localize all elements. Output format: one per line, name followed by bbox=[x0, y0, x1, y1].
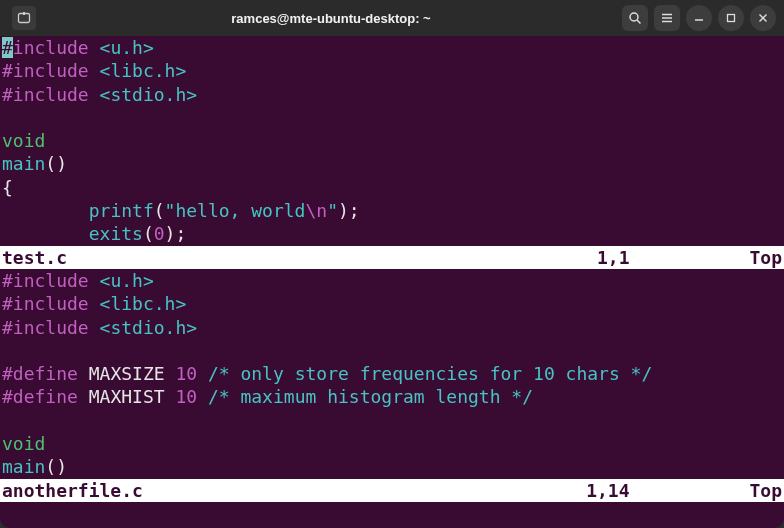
code-token: main bbox=[2, 456, 45, 477]
code-line[interactable]: #define MAXSIZE 10 /* only store frequen… bbox=[0, 362, 784, 385]
code-line[interactable]: void bbox=[0, 432, 784, 455]
svg-line-3 bbox=[637, 20, 641, 24]
code-token: ( bbox=[143, 223, 154, 244]
code-token: exits bbox=[89, 223, 143, 244]
code-line[interactable]: printf("hello, world\n"); bbox=[0, 199, 784, 222]
status-cursor-position: 1,1 bbox=[597, 246, 750, 269]
code-line[interactable]: #include <u.h> bbox=[0, 269, 784, 292]
code-token: 0 bbox=[154, 223, 165, 244]
svg-rect-8 bbox=[728, 15, 735, 22]
status-bar: anotherfile.c1,14Top bbox=[0, 479, 784, 502]
code-token: include bbox=[13, 37, 100, 58]
code-token: 10 bbox=[175, 386, 197, 407]
code-line[interactable]: main() bbox=[0, 455, 784, 478]
code-token: <stdio.h> bbox=[100, 317, 198, 338]
close-icon bbox=[757, 12, 769, 24]
code-line[interactable]: #include <stdio.h> bbox=[0, 83, 784, 106]
code-token: ); bbox=[165, 223, 187, 244]
code-line[interactable]: void bbox=[0, 129, 784, 152]
code-line[interactable]: #include <u.h> bbox=[0, 36, 784, 59]
code-line[interactable]: #include <libc.h> bbox=[0, 292, 784, 315]
code-token bbox=[2, 223, 89, 244]
code-token: <u.h> bbox=[100, 270, 154, 291]
maximize-icon bbox=[725, 12, 737, 24]
code-line[interactable] bbox=[0, 339, 784, 362]
code-token: () bbox=[45, 456, 67, 477]
code-line[interactable]: main() bbox=[0, 152, 784, 175]
code-token: void bbox=[2, 130, 45, 151]
code-token: printf bbox=[89, 200, 154, 221]
titlebar: ramces@mte-ubuntu-desktop: ~ bbox=[0, 0, 784, 36]
code-token bbox=[197, 363, 208, 384]
status-scroll-label: Top bbox=[749, 246, 782, 269]
code-token: MAXHIST bbox=[89, 386, 176, 407]
code-line[interactable] bbox=[0, 409, 784, 432]
code-token: MAXSIZE bbox=[89, 363, 176, 384]
svg-point-2 bbox=[630, 13, 638, 21]
minimize-icon bbox=[693, 12, 705, 24]
code-token: main bbox=[2, 153, 45, 174]
code-line[interactable]: exits(0); bbox=[0, 222, 784, 245]
status-bar: test.c1,1Top bbox=[0, 246, 784, 269]
minimize-button[interactable] bbox=[686, 5, 712, 31]
code-line[interactable]: #include <libc.h> bbox=[0, 59, 784, 82]
code-token: #include bbox=[2, 293, 100, 314]
status-filename: test.c bbox=[2, 246, 67, 269]
code-token: ); bbox=[338, 200, 360, 221]
menu-button[interactable] bbox=[654, 5, 680, 31]
code-token: { bbox=[2, 177, 13, 198]
code-line[interactable]: #include <stdio.h> bbox=[0, 316, 784, 339]
code-token: #define bbox=[2, 386, 89, 407]
code-token: \n bbox=[305, 200, 327, 221]
code-token: /* only store frequencies for 10 chars *… bbox=[208, 363, 652, 384]
terminal-tab-icon bbox=[17, 11, 31, 25]
code-line[interactable]: { bbox=[0, 176, 784, 199]
code-token bbox=[2, 200, 89, 221]
code-token: <u.h> bbox=[100, 37, 154, 58]
code-token: <stdio.h> bbox=[100, 84, 198, 105]
code-token: #include bbox=[2, 317, 100, 338]
code-token: void bbox=[2, 433, 45, 454]
code-line[interactable]: #define MAXHIST 10 /* maximum histogram … bbox=[0, 385, 784, 408]
close-button[interactable] bbox=[750, 5, 776, 31]
code-token: " bbox=[327, 200, 338, 221]
code-token bbox=[197, 386, 208, 407]
code-token: # bbox=[2, 37, 13, 58]
status-cursor-position: 1,14 bbox=[586, 479, 749, 502]
code-token: /* maximum histogram length */ bbox=[208, 386, 533, 407]
code-token: <libc.h> bbox=[100, 293, 187, 314]
code-token: <libc.h> bbox=[100, 60, 187, 81]
status-scroll-label: Top bbox=[749, 479, 782, 502]
hamburger-icon bbox=[660, 11, 674, 25]
code-token: 10 bbox=[175, 363, 197, 384]
code-token: "hello, world bbox=[165, 200, 306, 221]
editor-area[interactable]: #include <u.h>#include <libc.h>#include … bbox=[0, 36, 784, 528]
code-token: #include bbox=[2, 60, 100, 81]
code-token: () bbox=[45, 153, 67, 174]
code-token: #include bbox=[2, 84, 100, 105]
code-token: #define bbox=[2, 363, 89, 384]
new-tab-button[interactable] bbox=[12, 6, 36, 30]
status-filename: anotherfile.c bbox=[2, 479, 143, 502]
code-line[interactable] bbox=[0, 106, 784, 129]
code-token: #include bbox=[2, 270, 100, 291]
window-title: ramces@mte-ubuntu-desktop: ~ bbox=[40, 11, 622, 26]
maximize-button[interactable] bbox=[718, 5, 744, 31]
search-button[interactable] bbox=[622, 5, 648, 31]
svg-rect-1 bbox=[23, 12, 25, 15]
code-token: ( bbox=[154, 200, 165, 221]
search-icon bbox=[628, 11, 642, 25]
